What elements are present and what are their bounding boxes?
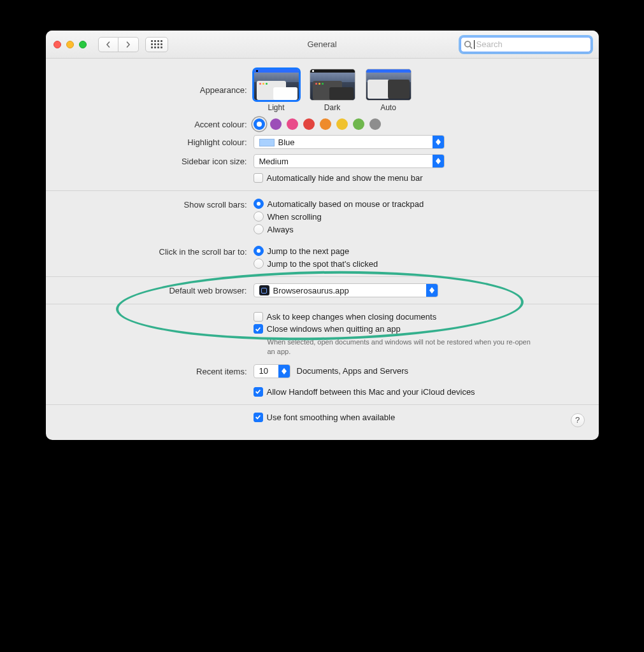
click-scroll-options: Jump to the next pageJump to the spot th… bbox=[254, 244, 582, 270]
help-icon: ? bbox=[575, 415, 580, 425]
accent-colour-3[interactable] bbox=[303, 118, 315, 130]
separator bbox=[46, 404, 599, 405]
appearance-caption-light: Light bbox=[268, 103, 284, 112]
sidebar-size-value: Medium bbox=[254, 157, 433, 166]
select-stepper-icon bbox=[433, 136, 444, 148]
recent-items-suffix: Documents, Apps and Servers bbox=[297, 366, 409, 376]
content-area: Appearance: Light bbox=[46, 59, 599, 440]
close-windows-note: When selected, open documents and window… bbox=[268, 337, 535, 357]
preferences-window: General Appearance: Light bbox=[46, 31, 599, 440]
appearance-caption-auto: Auto bbox=[380, 103, 396, 112]
accent-label: Accent colour: bbox=[62, 117, 254, 129]
font-smoothing-label: Use font smoothing when available bbox=[267, 413, 396, 422]
select-stepper-icon bbox=[426, 284, 438, 297]
recent-items-select[interactable]: 10 bbox=[254, 364, 290, 378]
svg-line-1 bbox=[469, 46, 472, 48]
handoff-checkbox[interactable]: Allow Handoff between this Mac and your … bbox=[254, 386, 475, 398]
search-input[interactable] bbox=[475, 39, 587, 50]
accent-colours bbox=[254, 117, 582, 130]
auto-hide-menu-label: Automatically hide and show the menu bar bbox=[267, 173, 423, 183]
click-scroll-option-label: Jump to the next page bbox=[268, 246, 350, 256]
show-all-button[interactable] bbox=[145, 37, 168, 52]
click-scroll-option-0[interactable]: Jump to the next page bbox=[254, 244, 582, 257]
grid-icon bbox=[151, 40, 162, 48]
highlight-swatch bbox=[259, 139, 275, 146]
handoff-label: Allow Handoff between this Mac and your … bbox=[267, 387, 475, 397]
accent-colour-6[interactable] bbox=[353, 118, 364, 130]
scroll-bars-option-2[interactable]: Always bbox=[254, 223, 582, 236]
scroll-bars-option-label: When scrolling bbox=[268, 212, 322, 222]
traffic-lights bbox=[54, 41, 87, 48]
accent-colour-0[interactable] bbox=[254, 118, 265, 130]
highlight-value: Blue bbox=[278, 138, 295, 147]
titlebar: General bbox=[46, 31, 599, 59]
click-scroll-label: Click in the scroll bar to: bbox=[62, 244, 254, 257]
search-field[interactable] bbox=[461, 37, 591, 52]
zoom-window-button[interactable] bbox=[79, 41, 87, 48]
accent-colour-2[interactable] bbox=[287, 118, 298, 130]
text-cursor bbox=[474, 40, 475, 49]
highlight-colour-select[interactable]: Blue bbox=[254, 135, 445, 149]
close-window-button[interactable] bbox=[54, 41, 61, 48]
close-windows-checkbox[interactable]: Close windows when quitting an app bbox=[254, 323, 582, 335]
accent-colour-5[interactable] bbox=[336, 118, 348, 130]
accent-colour-1[interactable] bbox=[270, 118, 282, 130]
back-button[interactable] bbox=[98, 37, 118, 52]
default-browser-select[interactable]: Browserosaurus.app bbox=[254, 283, 438, 297]
scroll-bars-option-1[interactable]: When scrolling bbox=[254, 210, 582, 223]
appearance-options: Light Dark bbox=[254, 69, 582, 112]
highlight-label: Highlight colour: bbox=[62, 135, 254, 147]
ask-keep-changes-checkbox[interactable]: Ask to keep changes when closing documen… bbox=[254, 311, 582, 323]
appearance-caption-dark: Dark bbox=[324, 103, 340, 112]
select-stepper-icon bbox=[433, 155, 444, 167]
accent-colour-7[interactable] bbox=[369, 118, 381, 130]
browser-value: Browserosaurus.app bbox=[273, 286, 349, 295]
accent-colour-4[interactable] bbox=[320, 118, 331, 130]
appearance-option-auto[interactable] bbox=[366, 69, 411, 101]
appearance-option-dark[interactable] bbox=[310, 69, 355, 101]
separator bbox=[46, 276, 599, 277]
separator bbox=[46, 190, 599, 191]
ask-keep-changes-label: Ask to keep changes when closing documen… bbox=[267, 312, 437, 322]
click-scroll-option-label: Jump to the spot that's clicked bbox=[268, 259, 378, 269]
click-scroll-option-1[interactable]: Jump to the spot that's clicked bbox=[254, 257, 582, 270]
scroll-bars-option-0[interactable]: Automatically based on mouse or trackpad bbox=[254, 197, 582, 210]
chevron-left-icon bbox=[105, 41, 111, 48]
sidebar-size-select[interactable]: Medium bbox=[254, 154, 445, 168]
sidebar-size-label: Sidebar icon size: bbox=[62, 154, 254, 166]
scroll-bars-option-label: Always bbox=[268, 225, 294, 234]
browser-app-icon bbox=[259, 285, 269, 295]
font-smoothing-checkbox[interactable]: Use font smoothing when available bbox=[254, 411, 582, 423]
appearance-option-light[interactable] bbox=[254, 69, 299, 101]
nav-segmented bbox=[98, 37, 139, 52]
appearance-label: Appearance: bbox=[62, 69, 254, 95]
scroll-bars-label: Show scroll bars: bbox=[62, 197, 254, 209]
recent-items-value: 10 bbox=[254, 366, 278, 376]
scroll-bars-option-label: Automatically based on mouse or trackpad bbox=[268, 199, 424, 209]
svg-point-0 bbox=[464, 41, 470, 46]
close-windows-label: Close windows when quitting an app bbox=[267, 324, 401, 334]
select-stepper-icon bbox=[278, 365, 290, 378]
minimize-window-button[interactable] bbox=[66, 41, 74, 48]
chevron-right-icon bbox=[125, 41, 131, 48]
auto-hide-menu-checkbox[interactable]: Automatically hide and show the menu bar bbox=[254, 172, 582, 184]
scroll-bars-options: Automatically based on mouse or trackpad… bbox=[254, 197, 582, 236]
help-button[interactable]: ? bbox=[571, 413, 585, 427]
forward-button[interactable] bbox=[118, 37, 139, 52]
recent-items-label: Recent items: bbox=[62, 364, 254, 376]
browser-label: Default web browser: bbox=[62, 283, 254, 295]
separator bbox=[46, 304, 599, 304]
search-icon bbox=[464, 40, 473, 49]
